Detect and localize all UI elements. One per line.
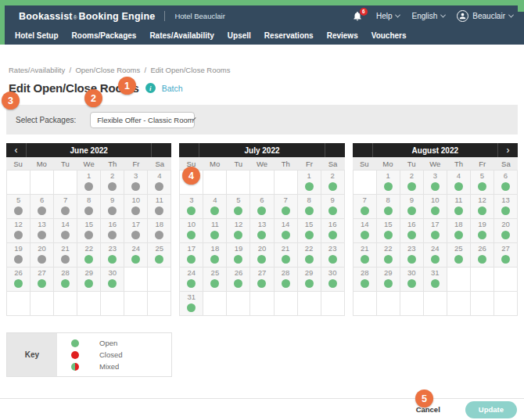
day-cell-5[interactable]: 5 (7, 195, 31, 219)
day-cell-10[interactable]: 10 (124, 195, 148, 219)
day-cell-24[interactable]: 24 (180, 267, 203, 292)
day-cell-6[interactable]: 6 (250, 195, 274, 219)
day-cell-1[interactable]: 1 (77, 171, 101, 195)
update-button[interactable]: Update (465, 401, 517, 418)
day-cell-2[interactable]: 2 (321, 171, 345, 195)
day-cell-8[interactable]: 8 (77, 195, 101, 219)
day-cell-8[interactable]: 8 (298, 195, 321, 219)
day-cell-8[interactable]: 8 (377, 195, 400, 219)
day-cell-16[interactable]: 16 (101, 219, 124, 243)
day-cell-20[interactable]: 20 (31, 243, 54, 267)
day-cell-29[interactable]: 29 (77, 267, 101, 292)
day-cell-10[interactable]: 10 (180, 219, 203, 243)
day-cell-17[interactable]: 17 (180, 243, 203, 267)
nav-item-rates-availability[interactable]: Rates/Availability (149, 31, 214, 40)
packages-select[interactable]: Flexible Offer - Classic Room (90, 112, 195, 128)
day-cell-9[interactable]: 9 (400, 195, 424, 219)
day-cell-10[interactable]: 10 (424, 195, 447, 219)
day-cell-22[interactable]: 22 (377, 243, 400, 267)
day-cell-9[interactable]: 9 (101, 195, 124, 219)
breadcrumb-item-rates-availability[interactable]: Rates/Availability (9, 66, 65, 74)
day-cell-4[interactable]: 4 (203, 195, 227, 219)
day-cell-26[interactable]: 26 (227, 267, 250, 292)
day-cell-12[interactable]: 12 (7, 219, 31, 243)
day-cell-27[interactable]: 27 (494, 243, 518, 267)
day-cell-18[interactable]: 18 (203, 243, 227, 267)
day-cell-19[interactable]: 19 (7, 243, 31, 267)
brand-logo[interactable]: Bookassist®Booking Engine (19, 11, 155, 22)
notifications-bell-icon[interactable]: 6 (352, 10, 364, 23)
day-cell-12[interactable]: 12 (227, 219, 250, 243)
day-cell-11[interactable]: 11 (148, 195, 171, 219)
nav-item-hotel-setup[interactable]: Hotel Setup (15, 31, 59, 40)
user-menu[interactable]: Beauclair (457, 10, 513, 22)
day-cell-23[interactable]: 23 (321, 243, 345, 267)
prev-month-arrow-icon[interactable]: ‹ (6, 143, 27, 157)
day-cell-17[interactable]: 17 (124, 219, 148, 243)
day-cell-4[interactable]: 4 (148, 171, 171, 195)
day-cell-31[interactable]: 31 (424, 267, 447, 292)
nav-item-upsell[interactable]: Upsell (228, 31, 251, 40)
day-cell-28[interactable]: 28 (275, 267, 298, 292)
day-cell-29[interactable]: 29 (298, 267, 321, 292)
day-cell-18[interactable]: 18 (447, 219, 471, 243)
day-cell-11[interactable]: 11 (203, 219, 227, 243)
day-cell-24[interactable]: 24 (424, 243, 447, 267)
day-cell-17[interactable]: 17 (424, 219, 447, 243)
day-cell-1[interactable]: 1 (298, 171, 321, 195)
day-cell-22[interactable]: 22 (77, 243, 101, 267)
nav-item-vouchers[interactable]: Vouchers (371, 31, 407, 40)
day-cell-25[interactable]: 25 (447, 243, 471, 267)
day-cell-11[interactable]: 11 (447, 195, 471, 219)
day-cell-26[interactable]: 26 (7, 267, 31, 292)
day-cell-1[interactable]: 1 (377, 171, 400, 195)
nav-item-reviews[interactable]: Reviews (327, 31, 358, 40)
day-cell-3[interactable]: 3 (124, 171, 148, 195)
day-cell-21[interactable]: 21 (275, 243, 298, 267)
day-cell-6[interactable]: 6 (31, 195, 54, 219)
day-cell-2[interactable]: 2 (400, 171, 424, 195)
day-cell-19[interactable]: 19 (471, 219, 494, 243)
day-cell-25[interactable]: 25 (203, 267, 227, 292)
day-cell-23[interactable]: 23 (101, 243, 124, 267)
day-cell-14[interactable]: 14 (275, 219, 298, 243)
day-cell-21[interactable]: 21 (54, 243, 77, 267)
day-cell-25[interactable]: 25 (148, 243, 171, 267)
day-cell-14[interactable]: 14 (354, 219, 377, 243)
day-cell-28[interactable]: 28 (354, 267, 377, 292)
day-cell-20[interactable]: 20 (494, 219, 518, 243)
day-cell-27[interactable]: 27 (250, 267, 274, 292)
language-menu[interactable]: English (411, 12, 445, 20)
day-cell-21[interactable]: 21 (354, 243, 377, 267)
next-month-arrow-icon[interactable]: › (497, 143, 518, 157)
day-cell-18[interactable]: 18 (148, 219, 171, 243)
day-cell-28[interactable]: 28 (54, 267, 77, 292)
day-cell-12[interactable]: 12 (471, 195, 494, 219)
day-cell-29[interactable]: 29 (377, 267, 400, 292)
batch-link[interactable]: Batch (162, 84, 183, 93)
day-cell-26[interactable]: 26 (471, 243, 494, 267)
day-cell-27[interactable]: 27 (31, 267, 54, 292)
day-cell-15[interactable]: 15 (377, 219, 400, 243)
day-cell-30[interactable]: 30 (400, 267, 424, 292)
day-cell-3[interactable]: 3 (180, 195, 203, 219)
day-cell-3[interactable]: 3 (424, 171, 447, 195)
day-cell-7[interactable]: 7 (275, 195, 298, 219)
help-menu[interactable]: Help (376, 12, 400, 20)
day-cell-6[interactable]: 6 (494, 171, 518, 195)
day-cell-16[interactable]: 16 (400, 219, 424, 243)
day-cell-13[interactable]: 13 (31, 219, 54, 243)
day-cell-30[interactable]: 30 (101, 267, 124, 292)
day-cell-24[interactable]: 24 (124, 243, 148, 267)
nav-item-rooms-packages[interactable]: Rooms/Packages (72, 31, 137, 40)
day-cell-19[interactable]: 19 (227, 243, 250, 267)
day-cell-16[interactable]: 16 (321, 219, 345, 243)
info-icon[interactable]: i (145, 83, 156, 93)
day-cell-23[interactable]: 23 (400, 243, 424, 267)
day-cell-30[interactable]: 30 (321, 267, 345, 292)
day-cell-15[interactable]: 15 (298, 219, 321, 243)
day-cell-13[interactable]: 13 (494, 195, 518, 219)
day-cell-7[interactable]: 7 (354, 195, 377, 219)
day-cell-7[interactable]: 7 (54, 195, 77, 219)
day-cell-9[interactable]: 9 (321, 195, 345, 219)
